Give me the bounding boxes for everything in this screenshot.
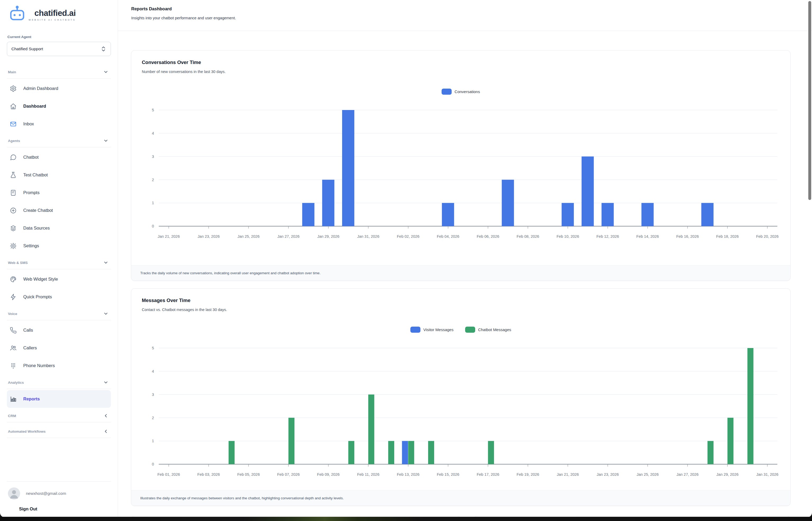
cog-icon bbox=[9, 242, 17, 249]
legend-label: Conversations bbox=[455, 89, 480, 94]
conversations-card: Conversations Over Time Number of new co… bbox=[131, 50, 791, 281]
sidebar-item-chatbot[interactable]: Chatbot bbox=[7, 149, 111, 166]
section-crm[interactable]: CRM bbox=[7, 408, 111, 420]
sidebar-item-inbox[interactable]: Inbox bbox=[7, 115, 111, 133]
sidebar-item-create-chatbot[interactable]: Create Chatbot bbox=[7, 202, 111, 219]
sidebar: chatified.ai WEBSITE AI CHATBOTS Current… bbox=[0, 0, 118, 517]
section-main[interactable]: Main bbox=[7, 64, 111, 76]
chevron-down-icon bbox=[102, 310, 109, 317]
sidebar-item-label: Create Chatbot bbox=[23, 208, 53, 213]
palette-icon bbox=[9, 276, 17, 283]
divider bbox=[7, 269, 111, 269]
legend-item[interactable]: Conversations bbox=[442, 89, 480, 95]
sidebar-item-dashboard[interactable]: Dashboard bbox=[7, 97, 111, 115]
section-label: Web & SMS bbox=[8, 261, 28, 265]
svg-text:Jan 31, 2026: Jan 31, 2026 bbox=[756, 472, 778, 477]
svg-text:Feb 18, 2026: Feb 18, 2026 bbox=[716, 234, 739, 239]
user-area: newxhost@gmail.com Sign Out bbox=[7, 481, 111, 517]
svg-text:Jan 29, 2026: Jan 29, 2026 bbox=[717, 472, 739, 477]
svg-text:Feb 13, 2026: Feb 13, 2026 bbox=[397, 472, 419, 477]
mail-icon bbox=[9, 120, 17, 128]
sidebar-item-web-widget-style[interactable]: Web Widget Style bbox=[7, 270, 111, 288]
divider bbox=[7, 438, 111, 438]
sidebar-item-label: Calls bbox=[23, 328, 33, 333]
svg-text:Feb 02, 2026: Feb 02, 2026 bbox=[397, 234, 419, 239]
svg-text:4: 4 bbox=[152, 131, 154, 135]
legend-label: Visitor Messages bbox=[423, 327, 454, 332]
card-title: Conversations Over Time bbox=[142, 60, 780, 65]
sidebar-item-label: Settings bbox=[23, 243, 39, 248]
agent-select[interactable]: Chatified Support bbox=[7, 42, 111, 56]
card-subtitle: Contact vs. Chatbot messages in the last… bbox=[142, 308, 780, 312]
svg-text:Jan 21, 2026: Jan 21, 2026 bbox=[557, 472, 579, 477]
svg-text:0: 0 bbox=[152, 462, 154, 466]
user-email: newxhost@gmail.com bbox=[26, 491, 66, 496]
svg-text:Feb 17, 2026: Feb 17, 2026 bbox=[477, 472, 499, 477]
sidebar-item-label: Inbox bbox=[23, 121, 34, 127]
section-label: Main bbox=[8, 70, 16, 74]
scrollbar-thumb[interactable] bbox=[808, 1, 811, 200]
logo-tagline: WEBSITE AI CHATBOTS bbox=[28, 19, 76, 21]
page-header: Reports Dashboard Insights into your cha… bbox=[118, 0, 812, 31]
divider bbox=[7, 320, 111, 320]
card-footer-note: Illustrates the daily exchange of messag… bbox=[131, 490, 790, 506]
divider bbox=[7, 78, 111, 78]
svg-text:Feb 12, 2026: Feb 12, 2026 bbox=[596, 234, 619, 239]
sidebar-item-test-chatbot[interactable]: Test Chatbot bbox=[7, 166, 111, 184]
chevron-down-icon bbox=[102, 259, 109, 266]
svg-text:Feb 16, 2026: Feb 16, 2026 bbox=[676, 234, 699, 239]
document-icon bbox=[9, 189, 17, 196]
robot-logo-icon bbox=[8, 5, 26, 21]
svg-text:0: 0 bbox=[152, 224, 154, 228]
sidebar-item-label: Admin Dashboard bbox=[23, 86, 58, 91]
avatar bbox=[8, 488, 20, 500]
section-web-sms[interactable]: Web & SMS bbox=[7, 255, 111, 267]
section-label: Automated Workflows bbox=[8, 430, 45, 433]
sidebar-item-calls[interactable]: Calls bbox=[7, 321, 111, 339]
sidebar-item-quick-prompts[interactable]: Quick Prompts bbox=[7, 288, 111, 306]
desktop-background-strip bbox=[0, 517, 812, 521]
legend-item[interactable]: Visitor Messages bbox=[410, 326, 454, 333]
sidebar-item-phone-numbers[interactable]: Phone Numbers bbox=[7, 357, 111, 375]
card-title: Messages Over Time bbox=[142, 297, 780, 303]
chart-legend: Conversations bbox=[142, 89, 780, 95]
svg-text:Feb 05, 2026: Feb 05, 2026 bbox=[237, 472, 260, 477]
app-window: chatified.ai WEBSITE AI CHATBOTS Current… bbox=[0, 0, 812, 517]
section-agents[interactable]: Agents bbox=[7, 133, 111, 145]
messages-card: Messages Over Time Contact vs. Chatbot m… bbox=[131, 288, 791, 506]
chevron-down-icon bbox=[102, 68, 109, 76]
svg-text:Feb 08, 2026: Feb 08, 2026 bbox=[517, 234, 539, 239]
svg-text:Jan 23, 2026: Jan 23, 2026 bbox=[597, 472, 619, 477]
svg-text:3: 3 bbox=[152, 155, 154, 159]
logo[interactable]: chatified.ai WEBSITE AI CHATBOTS bbox=[8, 5, 111, 21]
svg-text:Jan 25, 2026: Jan 25, 2026 bbox=[637, 472, 659, 477]
chat-bubble-icon bbox=[9, 154, 17, 161]
sidebar-item-data-sources[interactable]: Data Sources bbox=[7, 219, 111, 237]
sidebar-item-settings[interactable]: Settings bbox=[7, 237, 111, 255]
sidebar-item-label: Dashboard bbox=[23, 104, 46, 109]
legend-swatch bbox=[410, 326, 420, 333]
messages-chart: 012345Feb 01, 2026Feb 03, 2026Feb 05, 20… bbox=[142, 344, 780, 480]
sidebar-item-admin-dashboard[interactable]: Admin Dashboard bbox=[7, 80, 111, 97]
section-label: CRM bbox=[8, 414, 16, 418]
legend-item[interactable]: Chatbot Messages bbox=[465, 326, 511, 333]
svg-text:Feb 04, 2026: Feb 04, 2026 bbox=[437, 234, 459, 239]
svg-text:Feb 15, 2026: Feb 15, 2026 bbox=[437, 472, 459, 477]
chevron-down-icon bbox=[102, 137, 109, 144]
svg-text:Jan 25, 2026: Jan 25, 2026 bbox=[237, 234, 260, 239]
flask-icon bbox=[9, 172, 17, 179]
sidebar-item-label: Chatbot bbox=[23, 155, 39, 160]
svg-text:1: 1 bbox=[152, 439, 154, 443]
section-automated-workflows[interactable]: Automated Workflows bbox=[7, 424, 111, 436]
legend-swatch bbox=[465, 326, 475, 333]
sidebar-item-reports[interactable]: Reports bbox=[7, 390, 111, 408]
sidebar-item-prompts[interactable]: Prompts bbox=[7, 184, 111, 202]
content: Conversations Over Time Number of new co… bbox=[118, 31, 812, 517]
section-voice[interactable]: Voice bbox=[7, 306, 111, 318]
sidebar-item-callers[interactable]: Callers bbox=[7, 339, 111, 357]
phone-icon bbox=[9, 326, 17, 334]
sidebar-item-label: Phone Numbers bbox=[23, 363, 55, 368]
chevron-left-icon bbox=[102, 428, 109, 435]
sign-out-button[interactable]: Sign Out bbox=[19, 506, 37, 512]
section-analytics[interactable]: Analytics bbox=[7, 375, 111, 387]
